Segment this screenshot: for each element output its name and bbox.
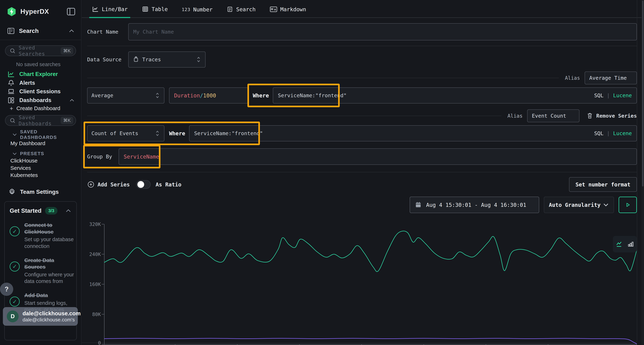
check-circle-icon: ✓ bbox=[10, 297, 20, 307]
scrollbar-thumb[interactable] bbox=[642, 0, 644, 186]
as-ratio-toggle[interactable] bbox=[136, 180, 150, 189]
sidebar-item-my-dashboard[interactable]: My Dashboard bbox=[5, 140, 76, 147]
where-label: Where bbox=[169, 130, 185, 137]
sidebar-item-kubernetes[interactable]: Kubernetes bbox=[5, 172, 76, 179]
sql-toggle[interactable]: SQL bbox=[594, 92, 604, 98]
search-doc-icon bbox=[226, 6, 233, 13]
chart-builder-form: Chart Name My Chart Name Data Source Tra… bbox=[82, 18, 644, 192]
select-chevrons-icon bbox=[155, 92, 160, 99]
tab-line-bar[interactable]: Line/Bar bbox=[90, 5, 130, 17]
date-range-picker[interactable]: Aug 4 15:30:01 - Aug 4 16:30:01 bbox=[410, 197, 539, 213]
bar-chart-type-icon bbox=[627, 241, 634, 248]
get-started-item[interactable]: ✓ Connect to ClickHouse Set up your data… bbox=[10, 222, 72, 250]
group-by-row: Group By ServiceName bbox=[87, 148, 637, 165]
sidebar-item-client-sessions[interactable]: Client Sessions bbox=[5, 87, 76, 96]
chart-name-input[interactable]: My Chart Name bbox=[128, 23, 637, 40]
granularity-select[interactable]: Auto Granularity bbox=[544, 197, 614, 213]
run-query-button[interactable] bbox=[618, 197, 637, 213]
chevron-up-icon[interactable] bbox=[65, 209, 72, 213]
sidebar-item-dashboards[interactable]: Dashboards bbox=[5, 96, 76, 104]
y-axis-labels: 320K 240K 160K 80K 0 bbox=[87, 223, 104, 345]
select-chevrons-icon bbox=[196, 56, 201, 63]
avatar: D bbox=[7, 311, 18, 322]
tab-markdown[interactable]: Markdown bbox=[268, 6, 308, 17]
page-scrollbar[interactable] bbox=[642, 0, 644, 345]
series-2-alias-row: Alias Event Count Remove Series bbox=[87, 109, 637, 122]
calendar-icon bbox=[415, 201, 422, 208]
group-presets[interactable]: PRESETS bbox=[5, 150, 76, 157]
get-started-item[interactable]: ✓ Create Data Sources Configure where yo… bbox=[10, 257, 72, 285]
circle-plus-icon bbox=[87, 181, 95, 188]
sidebar-item-services[interactable]: Services bbox=[5, 164, 76, 172]
series-1-where-input[interactable]: ServiceName:"frontend" SQL | Lucene bbox=[273, 87, 637, 103]
group-by-input[interactable]: ServiceName bbox=[118, 148, 637, 165]
line-chart-icon bbox=[92, 5, 99, 13]
lucene-toggle[interactable]: Lucene bbox=[613, 130, 632, 136]
sidebar-item-team-settings[interactable]: Team Settings bbox=[5, 179, 76, 196]
divider bbox=[87, 46, 637, 46]
set-number-format-button[interactable]: Set number format bbox=[569, 177, 637, 192]
hyperdx-logo-icon bbox=[6, 6, 17, 17]
series-2-aggfn-select[interactable]: Count of Events bbox=[87, 125, 164, 141]
group-by-label: Group By bbox=[87, 154, 118, 160]
sql-toggle[interactable]: SQL bbox=[594, 130, 604, 136]
chart-type-toggle[interactable] bbox=[613, 236, 637, 252]
series-2-row: Count of Events Where ServiceName:"front… bbox=[87, 125, 637, 142]
help-button[interactable]: ? bbox=[0, 283, 13, 296]
saved-dashboards-input[interactable]: Saved Dashboards ⌘K bbox=[5, 115, 76, 126]
alias-label: Alias bbox=[508, 113, 522, 119]
y-tick-label: 0 bbox=[98, 340, 101, 345]
main-content: Line/Bar Table 123 Number Search bbox=[82, 0, 644, 345]
check-circle-icon: ✓ bbox=[10, 226, 20, 236]
sidebar-collapse-icon[interactable] bbox=[66, 7, 76, 16]
sidebar-item-alerts[interactable]: Alerts bbox=[5, 78, 76, 87]
user-team: dale@clickhouse.com's bbox=[22, 317, 81, 323]
chart-section: Aug 4 15:30:01 - Aug 4 16:30:01 Auto Gra… bbox=[82, 192, 644, 345]
chart-area: 320K 240K 160K 80K 0 bbox=[87, 223, 637, 345]
dashboards-icon bbox=[7, 96, 15, 104]
saved-searches-input[interactable]: Saved Searches ⌘K bbox=[5, 45, 76, 56]
sidebar-section-search[interactable]: Search bbox=[0, 20, 81, 40]
divider bbox=[87, 78, 559, 78]
chart-canvas[interactable] bbox=[104, 223, 637, 345]
create-dashboard-button[interactable]: + Create Dashboard bbox=[5, 105, 76, 112]
series-2-where-input[interactable]: ServiceName:"frontend" SQL | Lucene bbox=[189, 125, 637, 141]
tab-table[interactable]: Table bbox=[140, 5, 170, 17]
trash-icon bbox=[586, 112, 593, 119]
series-1-expression-input[interactable]: Duration/1000 bbox=[169, 87, 248, 103]
data-source-label: Data Source bbox=[87, 56, 128, 62]
chevron-up-icon bbox=[69, 98, 74, 102]
chart-name-row: Chart Name My Chart Name bbox=[87, 23, 637, 40]
sidebar: HyperDX Search Saved Searches ⌘K No save… bbox=[0, 0, 82, 345]
search-icon bbox=[9, 117, 16, 124]
chart-name-label: Chart Name bbox=[87, 29, 128, 35]
where-label: Where bbox=[253, 92, 269, 99]
tab-number[interactable]: 123 Number bbox=[180, 6, 214, 17]
chevron-up-icon[interactable] bbox=[68, 29, 74, 33]
data-source-select[interactable]: Traces bbox=[128, 51, 206, 67]
chart-explorer-icon bbox=[7, 70, 15, 78]
remove-series-button[interactable]: Remove Series bbox=[586, 112, 637, 119]
search-section-label: Search bbox=[19, 27, 39, 34]
group-saved-dashboards[interactable]: SAVED DASHBOARDS bbox=[5, 129, 76, 140]
shortcut-badge: ⌘K bbox=[61, 117, 73, 124]
markdown-icon bbox=[270, 6, 278, 13]
sidebar-item-clickhouse[interactable]: ClickHouse bbox=[5, 157, 76, 164]
select-chevrons-icon bbox=[155, 130, 160, 137]
series-1-aggfn-select[interactable]: Average bbox=[87, 87, 164, 103]
series-1-alias-input[interactable]: Average Time bbox=[584, 71, 637, 84]
chevron-down-icon bbox=[603, 203, 609, 207]
chart-plot-row: 320K 240K 160K 80K 0 bbox=[87, 223, 637, 345]
tab-search[interactable]: Search bbox=[225, 6, 257, 17]
table-icon bbox=[142, 5, 149, 13]
lucene-toggle[interactable]: Lucene bbox=[613, 92, 632, 98]
y-tick-label: 320K bbox=[89, 222, 101, 227]
add-series-button[interactable]: Add Series bbox=[87, 181, 130, 188]
series-actions-row: Add Series As Ratio Set number format bbox=[87, 177, 637, 192]
user-menu[interactable]: D dale@clickhouse.com dale@clickhouse.co… bbox=[3, 307, 78, 326]
series-2-alias-input[interactable]: Event Count bbox=[527, 109, 580, 122]
shortcut-badge: ⌘K bbox=[61, 47, 73, 54]
sidebar-item-chart-explorer[interactable]: Chart Explorer bbox=[5, 70, 76, 78]
no-saved-searches-text: No saved searches bbox=[16, 61, 76, 67]
saved-dashboards-placeholder: Saved Dashboards bbox=[18, 114, 61, 127]
